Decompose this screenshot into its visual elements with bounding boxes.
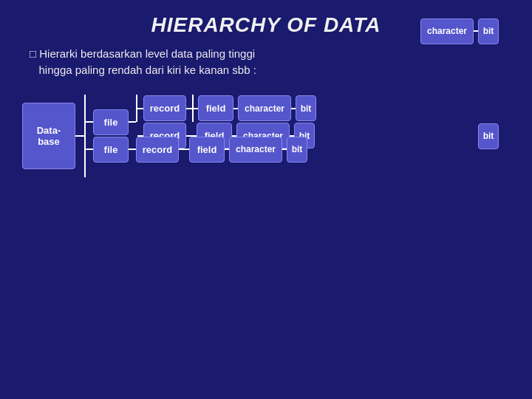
char-box-top: character xyxy=(420,18,474,44)
intro-line2: hingga paling rendah dari kiri ke kanan … xyxy=(39,64,256,76)
h-record1-fields xyxy=(186,108,192,109)
vline-bot3 xyxy=(84,163,86,177)
bit-box-1: bit xyxy=(296,95,316,121)
h-to-record1 xyxy=(137,108,143,109)
bullet: □ xyxy=(30,47,36,60)
intro: □ Hierarki berdasarkan level data paling… xyxy=(30,46,256,78)
field-box-1: field xyxy=(198,95,233,121)
record-box-1: record xyxy=(143,95,186,121)
bit-box-top: bit xyxy=(478,18,499,44)
bit-box-bottom: bit xyxy=(478,123,499,149)
char-box-1: character xyxy=(238,95,291,121)
vline-records1 xyxy=(136,95,137,122)
intro-line1: Hierarki berdasarkan level data paling t… xyxy=(39,47,255,60)
